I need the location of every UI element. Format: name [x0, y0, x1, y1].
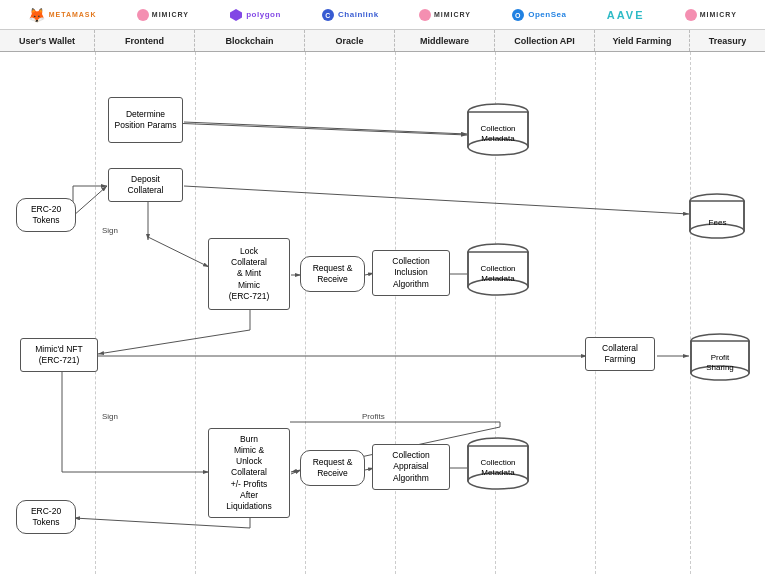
svg-line-29 [74, 518, 250, 528]
col-header-yield-farming: Yield Farming [595, 30, 690, 51]
svg-line-11 [184, 186, 689, 214]
col-header-treasury: Treasury [690, 30, 765, 51]
request-receive-2-box: Request &Receive [300, 450, 365, 486]
lock-collateral-box: LockCollateral& MintMimic(ERC-721) [208, 238, 290, 310]
brand-chainlink: C Chainlink [321, 8, 379, 22]
svg-text:O: O [515, 12, 521, 19]
brand-bar: 🦊 METAMASK MIMICRY polygon C Chainlink M… [0, 0, 765, 30]
svg-line-18 [98, 330, 250, 354]
diagram: Determine Position Params Deposit Collat… [0, 52, 765, 574]
col-header-oracle: Oracle [305, 30, 395, 51]
svg-marker-0 [230, 9, 242, 21]
sign-label-bottom: Sign [100, 412, 120, 421]
erc20-top-box: ERC-20Tokens [16, 198, 76, 232]
col-header-frontend: Frontend [95, 30, 195, 51]
svg-text:C: C [325, 12, 331, 19]
burn-mimic-box: BurnMimic &UnlockCollateral+/- ProfitsAf… [208, 428, 290, 518]
collateral-farming-box: Collateral Farming [585, 337, 655, 371]
brand-aave: AAVE [607, 9, 645, 21]
col-header-wallet: User's Wallet [0, 30, 95, 51]
deposit-collateral-box: Deposit Collateral [108, 168, 183, 202]
brand-mimicry-1: MIMICRY [137, 9, 189, 21]
fees-cylinder: Fees [685, 192, 750, 242]
mimicd-nft-box: Mimic'd NFT(ERC-721) [20, 338, 98, 372]
determine-position-box: Determine Position Params [108, 97, 183, 143]
sign-label-top: Sign [100, 226, 120, 235]
svg-line-10 [184, 122, 467, 134]
brand-mimicry-3: MIMICRY [685, 9, 737, 21]
brand-polygon: polygon [229, 8, 281, 22]
brand-mimicry-2: MIMICRY [419, 9, 471, 21]
request-receive-1-box: Request &Receive [300, 256, 365, 292]
col-header-collection-api: Collection API [495, 30, 595, 51]
collection-metadata-bot-cylinder: CollectionMetadata [462, 436, 534, 492]
brand-metamask: 🦊 METAMASK [28, 7, 96, 23]
svg-line-7 [73, 186, 107, 216]
erc20-bottom-box: ERC-20Tokens [16, 500, 76, 534]
profit-sharing-cylinder: ProfitSharing [685, 332, 755, 384]
profits-label: Profits [360, 412, 387, 421]
col-header-middleware: Middleware [395, 30, 495, 51]
column-headers: User's Wallet Frontend Blockchain Oracle… [0, 30, 765, 52]
brand-opensea: O OpenSea [511, 8, 566, 22]
collection-metadata-mid-cylinder: CollectionMetadata [462, 242, 534, 298]
collection-appraisal-box: CollectionAppraisalAlgorithm [372, 444, 450, 490]
svg-line-13 [148, 237, 209, 267]
collection-metadata-top-cylinder: CollectionMetadata [462, 102, 534, 158]
col-header-blockchain: Blockchain [195, 30, 305, 51]
collection-inclusion-box: CollectionInclusionAlgorithm [372, 250, 450, 296]
